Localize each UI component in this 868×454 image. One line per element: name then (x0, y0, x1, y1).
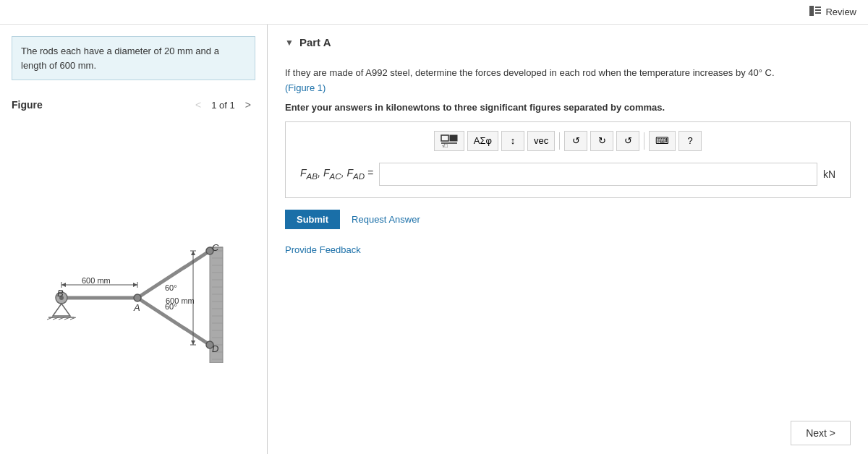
svg-rect-3 (815, 12, 821, 14)
top-bar: Review (0, 0, 868, 25)
svg-text:C: C (212, 242, 219, 253)
toolbar-help-label: ? (688, 135, 693, 146)
instruction-text: Enter your answers in kilonewtons to thr… (285, 102, 851, 113)
problem-info-text: The rods each have a diameter of 20 mm a… (21, 46, 219, 71)
figure-nav: < 1 of 1 > (191, 98, 255, 112)
action-row: Submit Request Answer (285, 210, 851, 229)
svg-text:B: B (57, 288, 64, 299)
submit-button[interactable]: Submit (285, 210, 340, 229)
toolbar-keyboard-button[interactable]: ⌨ (649, 131, 676, 151)
next-figure-button[interactable]: > (241, 98, 255, 112)
toolbar-undo-label: ↺ (572, 135, 580, 146)
toolbar-undo-button[interactable]: ↺ (564, 131, 587, 151)
bottom-bar: Next > (773, 412, 868, 454)
figure-canvas: B A C D 600 mm 600 mm (12, 118, 255, 448)
svg-rect-2 (815, 9, 821, 11)
provide-feedback-section: Provide Feedback (285, 244, 851, 255)
toolbar-symbol-button[interactable]: AΣφ (467, 131, 498, 151)
toolbar-keyboard-label: ⌨ (655, 135, 669, 146)
svg-marker-45 (61, 283, 66, 287)
figure-diagram: B A C D 600 mm 600 mm (25, 204, 242, 363)
figure-link[interactable]: (Figure 1) (285, 82, 326, 93)
toolbar-help-button[interactable]: ? (678, 131, 702, 151)
svg-point-34 (134, 294, 141, 301)
next-button[interactable]: Next > (791, 421, 851, 445)
problem-info: The rods each have a diameter of 20 mm a… (12, 36, 255, 80)
toolbar-vec-button[interactable]: vec (527, 131, 555, 151)
svg-rect-0 (809, 6, 814, 16)
toolbar-arrow-button[interactable]: ↕ (501, 131, 524, 151)
toolbar-redo-label: ↻ (598, 135, 606, 146)
svg-rect-55 (441, 135, 448, 141)
math-toolbar: √□ AΣφ ↕ vec ↺ ↻ (294, 131, 841, 151)
toolbar-divider-1 (559, 132, 560, 150)
request-answer-link[interactable]: Request Answer (352, 214, 420, 225)
svg-rect-56 (450, 135, 457, 141)
svg-text:60°: 60° (165, 302, 177, 311)
svg-text:√□: √□ (442, 143, 448, 148)
toolbar-vec-label: vec (534, 135, 548, 146)
provide-feedback-link[interactable]: Provide Feedback (285, 244, 361, 255)
svg-text:600 mm: 600 mm (82, 276, 111, 285)
svg-text:60°: 60° (165, 283, 177, 292)
part-toggle[interactable]: ▼ (285, 38, 294, 48)
answer-box: √□ AΣφ ↕ vec ↺ ↻ (285, 121, 851, 198)
figure-section: Figure < 1 of 1 > (0, 92, 267, 454)
problem-text: If they are made of A992 steel, determin… (285, 66, 851, 96)
right-panel: ▼ Part A If they are made of A992 steel,… (268, 25, 868, 454)
input-row: FAB, FAC, FAD = kN (294, 160, 841, 189)
part-label: Part A (299, 36, 331, 48)
svg-marker-46 (133, 283, 137, 287)
toolbar-arrow-label: ↕ (511, 135, 516, 146)
svg-marker-52 (191, 340, 195, 345)
svg-rect-1 (815, 7, 821, 8)
review-icon (809, 6, 821, 18)
left-panel: The rods each have a diameter of 20 mm a… (0, 25, 268, 454)
answer-input[interactable] (379, 163, 817, 186)
equation-label: FAB, FAC, FAD = (300, 167, 373, 181)
review-label: Review (825, 7, 856, 17)
svg-text:D: D (212, 343, 218, 354)
figure-page: 1 of 1 (211, 100, 235, 111)
figure-title: Figure (12, 99, 43, 111)
prev-figure-button[interactable]: < (191, 98, 205, 112)
figure-header: Figure < 1 of 1 > (12, 98, 255, 112)
toolbar-redo-button[interactable]: ↻ (590, 131, 613, 151)
toolbar-fraction-button[interactable]: √□ (434, 131, 464, 151)
toolbar-symbol-label: AΣφ (474, 135, 492, 146)
toolbar-refresh-label: ↺ (624, 135, 632, 146)
toolbar-divider-2 (644, 132, 644, 150)
toolbar-refresh-button[interactable]: ↺ (616, 131, 639, 151)
part-header: ▼ Part A (285, 36, 851, 54)
svg-marker-27 (53, 304, 70, 316)
review-link[interactable]: Review (809, 6, 856, 18)
unit-label: kN (823, 168, 835, 180)
svg-marker-51 (191, 251, 195, 255)
svg-text:A: A (133, 302, 140, 313)
